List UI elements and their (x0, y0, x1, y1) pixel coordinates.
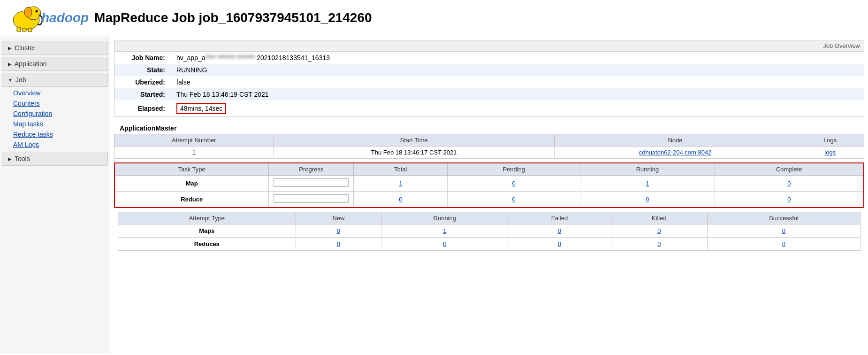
task-map-running: 1 (580, 176, 715, 192)
reduces-killed-link[interactable]: 0 (782, 240, 785, 247)
attempt-col-new: New (296, 212, 381, 224)
task-summary-table: Task Type Progress Total Pending Running… (114, 162, 864, 208)
job-uberized-label: Uberized: (114, 76, 171, 88)
task-col-progress: Progress (269, 163, 354, 176)
am-node: cdhuatdn62-204.com:8042 (554, 147, 796, 159)
reduces-failed-link[interactable]: 0 (657, 240, 661, 247)
sidebar-cluster-header[interactable]: ▶ Cluster (2, 41, 108, 55)
sidebar-item-counters[interactable]: Counters (9, 98, 110, 108)
attempt-maps-label: Maps (118, 224, 296, 238)
task-map-total: 1 (354, 176, 448, 192)
map-total-link[interactable]: 1 (399, 180, 402, 187)
sidebar-section-cluster: ▶ Cluster (0, 41, 110, 55)
reduces-new1-link[interactable]: 0 (443, 240, 446, 247)
job-name-label: Job Name: (114, 52, 171, 64)
job-arrow-icon: ▼ (8, 77, 13, 83)
am-col-node: Node (554, 134, 796, 147)
attempt-reduces-running: 0 (508, 238, 611, 251)
reduces-new0-link[interactable]: 0 (337, 240, 340, 247)
reduce-total-link[interactable]: 0 (399, 196, 402, 203)
cluster-arrow-icon: ▶ (8, 46, 12, 51)
sidebar-item-reduce-tasks[interactable]: Reduce tasks (9, 129, 110, 139)
reduce-pending-link[interactable]: 0 (512, 196, 516, 203)
job-name-value: hv_app_a**** ******* ******* 20210218133… (171, 52, 864, 64)
application-master-section: ApplicationMaster Attempt Number Start T… (114, 121, 864, 159)
task-map-pending: 0 (448, 176, 580, 192)
map-pending-link[interactable]: 0 (512, 180, 516, 187)
maps-new1-link[interactable]: 1 (443, 227, 446, 234)
am-col-start-time: Start Time (274, 134, 554, 147)
reduce-complete-link[interactable]: 0 (787, 196, 791, 203)
am-col-attempt: Attempt Number (114, 134, 274, 147)
job-overview-panel: Job Overview Job Name: hv_app_a**** ****… (114, 40, 864, 117)
attempt-col-successful: Successful (707, 212, 860, 224)
attempt-reduces-killed: 0 (707, 238, 860, 251)
svg-point-3 (24, 7, 32, 17)
job-name-row: Job Name: hv_app_a**** ******* ******* 2… (114, 52, 864, 64)
reduce-running-link[interactable]: 0 (646, 196, 649, 203)
am-logs-link[interactable]: logs (824, 149, 836, 156)
page-header: hadoop MapReduce Job job_1607937945101_2… (0, 0, 868, 36)
sidebar-cluster-label: Cluster (15, 44, 35, 52)
job-elapsed-value: 48mins, 14sec (171, 100, 864, 116)
svg-rect-5 (23, 28, 26, 32)
task-col-total: Total (354, 163, 448, 176)
svg-rect-6 (28, 28, 32, 32)
sidebar-application-header[interactable]: ▶ Application (2, 57, 108, 71)
maps-failed-link[interactable]: 0 (657, 227, 661, 234)
job-state-value: RUNNING (171, 64, 864, 76)
reduce-progress-bar (274, 194, 349, 203)
sidebar: ▶ Cluster ▶ Application ▼ Job Overview C… (0, 36, 110, 354)
hadoop-logo: hadoop (8, 4, 89, 32)
task-summary-wrapper: Task Type Progress Total Pending Running… (114, 162, 864, 208)
am-start-time: Thu Feb 18 13:46:17 CST 2021 (274, 147, 554, 159)
map-running-link[interactable]: 1 (646, 180, 649, 187)
sidebar-section-tools: ▶ Tools (0, 152, 110, 166)
reduces-running-link[interactable]: 0 (558, 240, 561, 247)
task-col-pending: Pending (448, 163, 580, 176)
sidebar-tools-header[interactable]: ▶ Tools (2, 152, 108, 166)
task-reduce-label: Reduce (114, 192, 269, 208)
hadoop-logo-svg (8, 4, 45, 32)
attempt-maps-running: 0 (508, 224, 611, 238)
job-elapsed-row: Elapsed: 48mins, 14sec (114, 100, 864, 116)
task-reduce-complete: 0 (715, 192, 864, 208)
job-state-label: State: (114, 64, 171, 76)
am-header-row: Attempt Number Start Time Node Logs (114, 134, 864, 147)
am-logs: logs (796, 147, 864, 159)
maps-new0-link[interactable]: 0 (337, 227, 340, 234)
sidebar-application-label: Application (15, 60, 47, 68)
svg-point-2 (36, 10, 38, 13)
main-content: Job Overview Job Name: hv_app_a**** ****… (110, 36, 868, 354)
task-header-row: Task Type Progress Total Pending Running… (114, 163, 864, 176)
job-uberized-row: Uberized: false (114, 76, 864, 88)
sidebar-item-configuration[interactable]: Configuration (9, 108, 110, 119)
sidebar-job-header[interactable]: ▼ Job (2, 73, 108, 87)
sidebar-item-am-logs[interactable]: AM Logs (9, 139, 110, 150)
hadoop-brand-text: hadoop (41, 10, 89, 25)
maps-killed-link[interactable]: 0 (782, 227, 785, 234)
task-map-progress (269, 176, 354, 192)
application-master-title: ApplicationMaster (114, 121, 864, 134)
sidebar-item-map-tasks[interactable]: Map tasks (9, 119, 110, 129)
sidebar-item-overview[interactable]: Overview (9, 88, 110, 98)
task-map-label: Map (114, 176, 269, 192)
attempt-reduces-failed: 0 (611, 238, 707, 251)
attempt-maps-failed: 0 (611, 224, 707, 238)
tools-arrow-icon: ▶ (8, 156, 12, 162)
job-state-row: State: RUNNING (114, 64, 864, 76)
job-started-label: Started: (114, 88, 171, 100)
attempt-reduces-row: Reduces 0 0 0 0 0 (118, 238, 860, 251)
am-node-link[interactable]: cdhuatdn62-204.com:8042 (639, 149, 712, 156)
application-arrow-icon: ▶ (8, 62, 12, 67)
task-reduce-row: Reduce 0 0 0 0 (114, 192, 864, 208)
maps-running-link[interactable]: 0 (558, 227, 561, 234)
task-reduce-total: 0 (354, 192, 448, 208)
am-col-logs: Logs (796, 134, 864, 147)
sidebar-tools-label: Tools (15, 155, 30, 162)
task-col-running: Running (580, 163, 715, 176)
sidebar-section-job: ▼ Job Overview Counters Configuration Ma… (0, 73, 110, 150)
attempt-maps-new-0: 0 (296, 224, 381, 238)
map-complete-link[interactable]: 0 (787, 180, 791, 187)
task-map-row: Map 1 0 1 0 (114, 176, 864, 192)
